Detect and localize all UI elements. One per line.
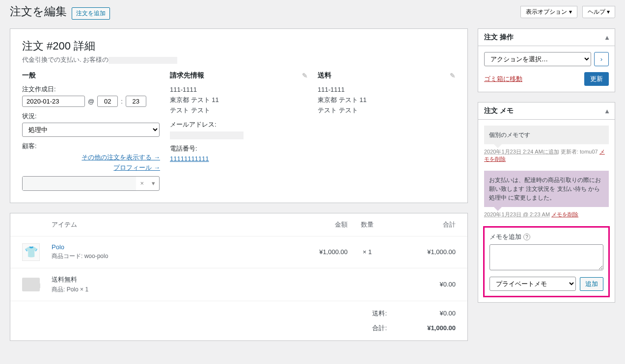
note-meta: 2020年1月23日 2:24 AMに追加 更新者: tomu07 メモを削除 — [484, 148, 609, 163]
note-type-select[interactable]: プライベートメモ — [489, 277, 576, 291]
update-button[interactable]: 更新 — [584, 72, 609, 86]
totals-total-value: ¥1,000.00 — [387, 324, 456, 332]
totals-ship-value: ¥0.00 — [387, 310, 456, 317]
col-total-header: 合計 — [387, 220, 456, 229]
order-title: 注文 #200 詳細 — [22, 39, 456, 53]
general-heading: 一般 — [22, 71, 160, 80]
order-subtitle: 代金引換での支払い. お客様の — [22, 55, 456, 64]
col-amount-header: 金額 — [289, 220, 348, 229]
shipping-address: 111-1111 東京都 テスト 11 テスト テスト — [318, 85, 456, 115]
order-notes-heading: 注文 メモ — [484, 106, 514, 115]
line-item-row: 👕 Polo 商品コード: woo-polo ¥1,000.00 × 1 ¥1,… — [10, 236, 467, 268]
profile-link[interactable]: プロフィール → — [113, 164, 160, 171]
date-label: 注文作成日: — [22, 85, 160, 94]
totals-ship-label: 送料: — [338, 309, 387, 318]
billing-address: 111-1111 東京都 テスト 11 テスト テスト — [170, 85, 308, 115]
panel-toggle-icon[interactable]: ▴ — [605, 33, 609, 41]
order-note-system: お支払いは、配達時の商品引取りの際にお願い致します 注文状況を 支払い待ち から… — [484, 171, 609, 207]
shipping-item-row: 送料無料 商品: Polo × 1 ¥0.00 — [10, 268, 467, 301]
customer-select[interactable]: × ▾ — [22, 176, 160, 191]
order-action-select[interactable]: アクションを選択… — [484, 52, 591, 66]
help-toggle[interactable]: ヘルプ ▾ — [582, 6, 615, 18]
shipping-icon — [22, 278, 40, 291]
customer-label: 顧客: — [22, 142, 160, 151]
pencil-icon[interactable]: ✎ — [302, 72, 308, 79]
item-qty: × 1 — [348, 248, 387, 256]
pencil-icon[interactable]: ✎ — [450, 72, 456, 79]
note-meta: 2020年1月23日 @ 2:23 AM メモを削除 — [484, 211, 609, 218]
order-status-select[interactable]: 処理中 — [22, 123, 160, 137]
product-thumbnail: 👕 — [22, 243, 40, 261]
add-order-button[interactable]: 注文を追加 — [72, 7, 110, 20]
add-note-highlight-box: メモを追加? プライベートメモ 追加 — [483, 226, 610, 297]
billing-heading: 請求先情報 — [170, 71, 204, 80]
delete-note-link[interactable]: メモを削除 — [551, 211, 578, 217]
add-note-label: メモを追加 — [489, 233, 521, 240]
shipping-total: ¥0.00 — [387, 281, 456, 288]
shipping-heading: 送料 — [318, 71, 331, 80]
run-action-button[interactable]: › — [594, 52, 609, 66]
order-note: 個別のメモです — [484, 126, 609, 144]
product-name-link[interactable]: Polo — [52, 243, 64, 251]
col-qty-header: 数量 — [348, 220, 387, 229]
note-textarea[interactable] — [489, 244, 603, 270]
help-icon[interactable]: ? — [523, 234, 530, 240]
status-label: 状況: — [22, 112, 160, 121]
item-total: ¥1,000.00 — [387, 248, 456, 256]
customer-clear-icon[interactable]: × — [136, 180, 148, 187]
panel-toggle-icon[interactable]: ▴ — [605, 107, 609, 115]
order-actions-heading: 注文 操作 — [484, 33, 514, 42]
page-title: 注文を編集 — [10, 4, 67, 19]
totals-total-label: 合計: — [338, 324, 387, 333]
order-hour-input[interactable] — [97, 96, 118, 107]
screen-options-toggle[interactable]: 表示オプション ▾ — [520, 6, 577, 18]
email-label: メールアドレス: — [170, 120, 308, 129]
other-orders-link[interactable]: その他の注文を表示する → — [82, 154, 160, 161]
order-date-input[interactable] — [22, 96, 85, 107]
order-minute-input[interactable] — [126, 96, 146, 107]
phone-label: 電話番号: — [170, 144, 308, 153]
col-item-header: アイテム — [52, 220, 289, 229]
add-note-button[interactable]: 追加 — [580, 277, 603, 291]
billing-phone-link[interactable]: 11111111111 — [170, 155, 209, 162]
chevron-down-icon[interactable]: ▾ — [148, 180, 159, 187]
item-amount: ¥1,000.00 — [289, 248, 348, 256]
move-to-trash-link[interactable]: ゴミ箱に移動 — [484, 75, 522, 83]
